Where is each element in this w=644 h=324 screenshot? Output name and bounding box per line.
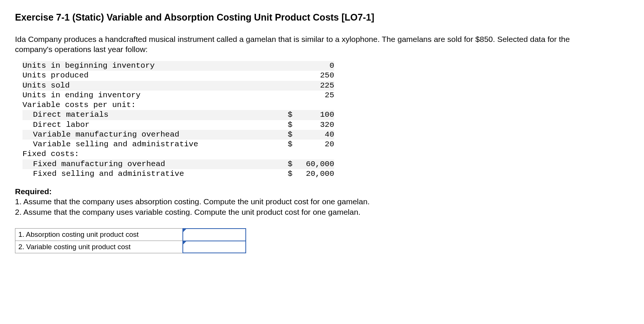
answer-table: 1. Absorption costing unit product cost … [15,228,246,253]
row-label: Direct labor [22,120,288,130]
row-value: 25 [297,91,334,100]
row-label: Variable manufacturing overhead [22,130,288,140]
row-currency [288,149,297,159]
row-label: Direct materials [22,110,288,120]
data-table: Units in beginning inventory 0 Units pro… [22,61,334,179]
row-currency: $ [288,159,297,169]
table-row: Fixed selling and administrative $ 20,00… [22,169,334,179]
table-row: Fixed manufacturing overhead $ 60,000 [22,159,334,169]
answer1-label: 1. Absorption costing unit product cost [15,229,183,241]
table-row: Variable costs per unit: [22,100,334,110]
answer1-cell[interactable] [183,229,246,241]
row-value [297,149,334,159]
row-currency: $ [288,130,297,140]
answer1-input[interactable] [186,230,242,239]
row-label: Variable selling and administrative [22,140,288,149]
row-label: Units in beginning inventory [22,61,288,71]
answer2-input[interactable] [186,242,242,252]
row-currency: $ [288,140,297,149]
row-value: 225 [297,81,334,91]
answer-row-variable: 2. Variable costing unit product cost [15,241,246,253]
row-currency [288,71,297,80]
row-value: 40 [297,130,334,140]
row-label: Fixed manufacturing overhead [22,159,288,169]
row-currency [288,100,297,110]
required-block: Required: 1. Assume that the company use… [15,186,629,217]
table-row: Direct materials $ 100 [22,110,334,120]
row-label: Units in ending inventory [22,91,288,100]
row-value: 100 [297,110,334,120]
row-label: Variable costs per unit: [22,100,288,110]
table-row: Units in beginning inventory 0 [22,61,334,71]
required-heading: Required: [15,186,629,196]
row-currency: $ [288,169,297,179]
row-value: 250 [297,71,334,80]
table-row: Variable selling and administrative $ 20 [22,140,334,149]
row-value: 0 [297,61,334,71]
row-label: Fixed selling and administrative [22,169,288,179]
table-row: Fixed costs: [22,149,334,159]
table-row: Units in ending inventory 25 [22,91,334,100]
table-row: Units produced 250 [22,71,334,80]
row-value: 320 [297,120,334,130]
row-value [297,100,334,110]
row-currency: $ [288,110,297,120]
table-row: Variable manufacturing overhead $ 40 [22,130,334,140]
row-currency: $ [288,120,297,130]
row-label: Units sold [22,81,288,91]
table-row: Units sold 225 [22,81,334,91]
row-value: 60,000 [297,159,334,169]
intro-paragraph: Ida Company produces a handcrafted music… [15,34,577,55]
row-value: 20 [297,140,334,149]
cell-marker-icon [183,241,186,244]
row-currency [288,91,297,100]
answer2-cell[interactable] [183,241,246,253]
cell-marker-icon [183,229,186,232]
required-q2: 2. Assume that the company uses variable… [15,207,629,217]
row-value: 20,000 [297,169,334,179]
answer-row-absorption: 1. Absorption costing unit product cost [15,229,246,241]
row-label: Fixed costs: [22,149,288,159]
answer2-label: 2. Variable costing unit product cost [15,241,183,253]
required-q1: 1. Assume that the company uses absorpti… [15,196,629,207]
row-currency [288,81,297,91]
row-currency [288,61,297,71]
table-row: Direct labor $ 320 [22,120,334,130]
exercise-title: Exercise 7-1 (Static) Variable and Absor… [15,11,629,24]
row-label: Units produced [22,71,288,80]
